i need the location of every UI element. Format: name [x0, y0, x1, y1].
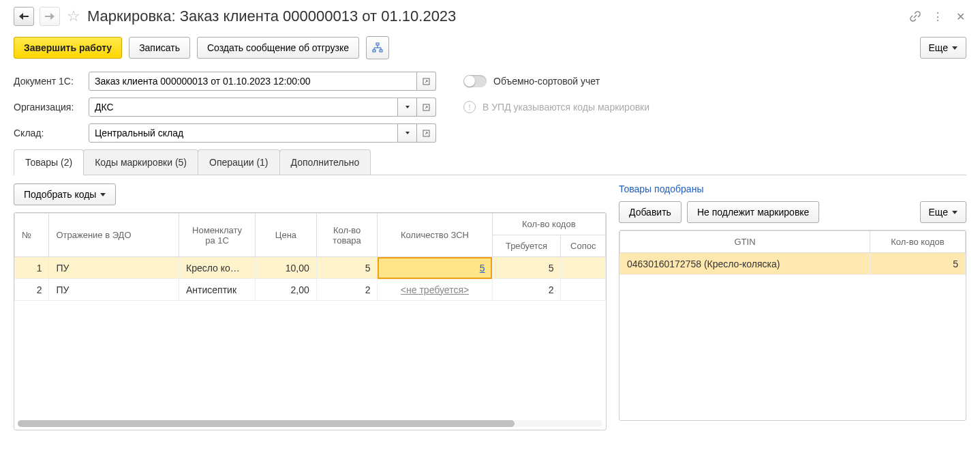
chevron-down-icon: [405, 106, 410, 108]
chevron-down-icon: [952, 46, 958, 50]
col-required: Требуется: [492, 235, 561, 257]
col-num: №: [15, 213, 49, 257]
toolbar-more-button[interactable]: Еще: [920, 37, 967, 59]
warehouse-label: Склад:: [14, 128, 82, 138]
col-price: Цена: [256, 213, 317, 257]
structure-button[interactable]: [366, 36, 389, 59]
table-row[interactable]: 1 ПУ Кресло ко… 10,00 5 5 5: [15, 257, 606, 279]
organization-label: Организация:: [14, 102, 82, 113]
warehouse-dropdown-button[interactable]: [398, 123, 417, 143]
organization-dropdown-button[interactable]: [398, 98, 417, 117]
info-icon: !: [463, 101, 476, 113]
hierarchy-icon: [372, 42, 383, 53]
favorite-star-icon[interactable]: ☆: [65, 8, 82, 25]
finish-work-button[interactable]: Завершить работу: [14, 37, 122, 59]
col-qty-codes: Кол-во кодов: [492, 213, 605, 235]
nav-back-button[interactable]: [14, 7, 34, 26]
more-actions-icon[interactable]: ⋮: [932, 10, 944, 23]
document-label: Документ 1С:: [14, 76, 82, 87]
horizontal-scrollbar[interactable]: [18, 420, 602, 427]
col-qty-codes: Кол-во кодов: [870, 231, 966, 253]
col-qty-zsn: Количество ЗСН: [378, 213, 492, 257]
zsn-link[interactable]: 5: [480, 263, 485, 274]
not-required-link[interactable]: <не требуется>: [401, 284, 469, 295]
save-button[interactable]: Записать: [129, 37, 190, 59]
col-matched: Сопос: [561, 235, 606, 257]
pick-codes-label: Подобрать коды: [24, 189, 96, 200]
chevron-down-icon: [405, 132, 410, 134]
col-nomenclature: Номенклату ра 1С: [179, 213, 256, 257]
col-qty-goods: Кол-во товара: [316, 213, 378, 257]
create-shipment-message-button[interactable]: Создать сообщение об отгрузке: [197, 37, 359, 59]
close-icon[interactable]: ✕: [954, 10, 966, 23]
tab-marking-codes[interactable]: Коды маркировки (5): [83, 149, 198, 175]
gtin-table: GTIN Кол-во кодов 04630160172758 (Кресло…: [619, 231, 966, 275]
col-gtin: GTIN: [620, 231, 870, 253]
svg-rect-1: [373, 50, 376, 52]
more-label: Еще: [929, 207, 949, 218]
volume-sort-toggle[interactable]: [463, 75, 487, 87]
col-edo: Отражение в ЭДО: [49, 213, 179, 257]
goods-selected-link[interactable]: Товары подобраны: [619, 183, 703, 194]
arrow-right-icon: [45, 13, 55, 20]
table-row[interactable]: 2 ПУ Антисептик 2,00 2 <не требуется> 2: [15, 279, 606, 301]
right-more-button[interactable]: Еще: [920, 201, 967, 223]
not-subject-to-marking-button[interactable]: Не подлежит маркировке: [687, 201, 820, 223]
svg-rect-0: [376, 43, 379, 45]
nav-forward-button[interactable]: [40, 7, 60, 26]
arrow-left-icon: [19, 13, 29, 20]
open-document-button[interactable]: [417, 72, 436, 91]
warehouse-input[interactable]: [89, 123, 398, 143]
document-input[interactable]: [89, 72, 417, 91]
tab-goods[interactable]: Товары (2): [14, 149, 84, 175]
open-icon: [423, 78, 430, 85]
open-icon: [423, 104, 430, 111]
chevron-down-icon: [952, 211, 958, 214]
chevron-down-icon: [100, 193, 106, 196]
goods-table: № Отражение в ЭДО Номенклату ра 1С Цена …: [14, 213, 606, 301]
more-label: Еще: [929, 42, 949, 53]
tab-additional[interactable]: Дополнительно: [279, 149, 371, 175]
organization-input[interactable]: [89, 98, 398, 117]
tab-operations[interactable]: Операции (1): [198, 149, 280, 175]
open-organization-button[interactable]: [417, 98, 436, 117]
open-warehouse-button[interactable]: [417, 123, 436, 143]
volume-sort-label: Объемно-сортовой учет: [493, 76, 600, 87]
add-button[interactable]: Добавить: [619, 201, 682, 223]
table-row[interactable]: 04630160172758 (Кресло-коляска) 5: [620, 253, 966, 275]
open-icon: [423, 130, 430, 137]
pick-codes-button[interactable]: Подобрать коды: [14, 183, 116, 205]
page-title: Маркировка: Заказ клиента 000000013 от 0…: [87, 8, 904, 25]
link-icon[interactable]: [909, 10, 921, 23]
svg-rect-2: [380, 50, 382, 52]
upd-info-text: В УПД указываются коды маркировки: [483, 102, 649, 113]
